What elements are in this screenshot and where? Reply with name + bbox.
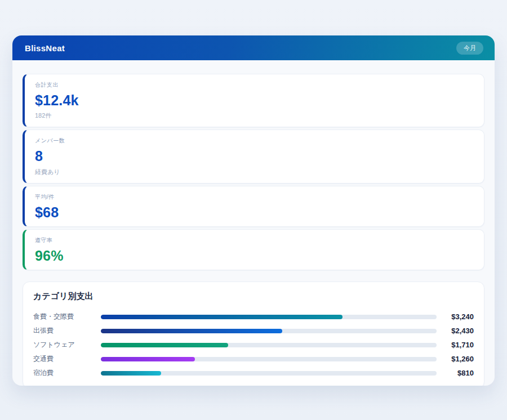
stat-label: 合計支出 bbox=[35, 81, 474, 89]
stat-value: 96% bbox=[35, 248, 474, 263]
category-row: 出張費$2,430 bbox=[33, 324, 474, 338]
bar-fill bbox=[101, 371, 161, 376]
category-label: 出張費 bbox=[33, 326, 101, 336]
bar-track bbox=[101, 329, 437, 333]
category-label: ソフトウェア bbox=[33, 340, 101, 350]
category-value: $810 bbox=[437, 369, 474, 377]
category-row: 交通費$1,260 bbox=[33, 352, 474, 366]
stat-card: メンバー数8経費あり bbox=[23, 129, 484, 183]
stats-list: 合計支出$12.4k182件メンバー数8経費あり平均/件$68遵守率96% bbox=[23, 74, 484, 270]
stat-card: 遵守率96% bbox=[23, 229, 484, 270]
category-label: 交通費 bbox=[33, 354, 101, 364]
bar-track bbox=[101, 343, 437, 347]
category-value: $2,430 bbox=[437, 327, 474, 335]
stat-label: 平均/件 bbox=[35, 193, 474, 201]
bar-track bbox=[101, 357, 437, 361]
stat-label: メンバー数 bbox=[35, 137, 474, 145]
stat-value: 8 bbox=[35, 149, 474, 163]
bar-fill bbox=[101, 315, 343, 319]
dashboard-body: 合計支出$12.4k182件メンバー数8経費あり平均/件$68遵守率96% カテ… bbox=[12, 60, 495, 386]
stat-value: $12.4k bbox=[35, 93, 474, 108]
app-title: BlissNeat bbox=[25, 43, 65, 53]
period-badge[interactable]: 今月 bbox=[456, 42, 483, 55]
bar-track bbox=[101, 315, 437, 319]
category-spend-card: カテゴリ別支出 食費・交際費$3,240出張費$2,430ソフトウェア$1,71… bbox=[23, 282, 484, 386]
bar-fill bbox=[101, 357, 195, 361]
category-value: $3,240 bbox=[437, 312, 474, 321]
category-row: 食費・交際費$3,240 bbox=[33, 310, 474, 324]
bar-track bbox=[101, 371, 437, 376]
stat-card: 合計支出$12.4k182件 bbox=[23, 74, 484, 127]
bar-fill bbox=[101, 329, 282, 333]
stat-value: $68 bbox=[35, 205, 474, 220]
category-value: $1,260 bbox=[437, 355, 474, 363]
category-label: 宿泊費 bbox=[33, 368, 101, 378]
category-value: $1,710 bbox=[437, 341, 474, 349]
category-chart-title: カテゴリ別支出 bbox=[33, 291, 474, 302]
stat-label: 遵守率 bbox=[35, 236, 474, 244]
category-row: 宿泊費$810 bbox=[33, 366, 474, 380]
bar-fill bbox=[101, 343, 228, 347]
dashboard-panel: BlissNeat 今月 合計支出$12.4k182件メンバー数8経費あり平均/… bbox=[12, 35, 495, 386]
app-header: BlissNeat 今月 bbox=[12, 35, 495, 60]
stat-subtext: 経費あり bbox=[35, 168, 474, 176]
category-label: 食費・交際費 bbox=[33, 312, 101, 321]
category-bar-chart: 食費・交際費$3,240出張費$2,430ソフトウェア$1,710交通費$1,2… bbox=[33, 310, 474, 380]
category-row: ソフトウェア$1,710 bbox=[33, 338, 474, 352]
stat-card: 平均/件$68 bbox=[23, 186, 484, 227]
stat-subtext: 182件 bbox=[35, 111, 474, 120]
